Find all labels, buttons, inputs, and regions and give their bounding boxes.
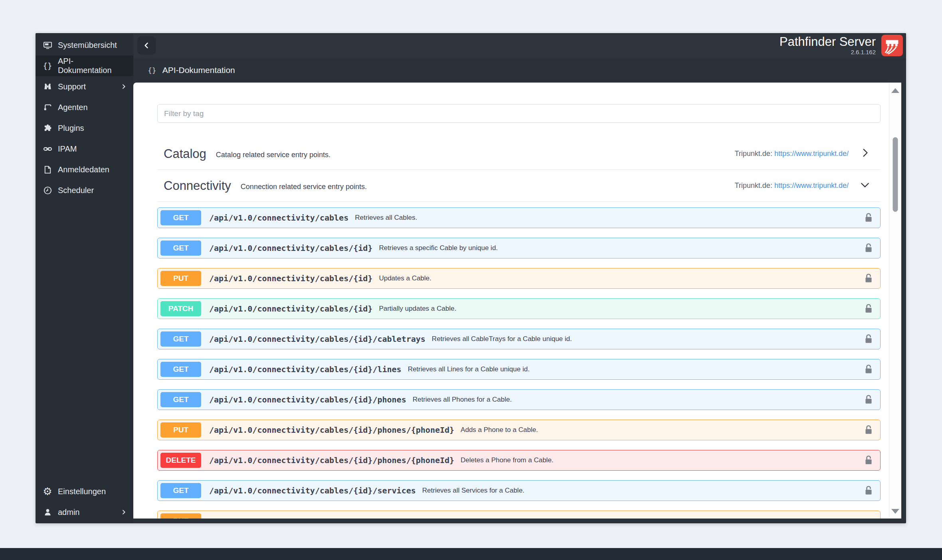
braces-icon: {}	[43, 61, 52, 71]
sidebar-item-label: Agenten	[58, 103, 88, 112]
sidebar-footer: ⚙ Einstellungen admin	[36, 481, 133, 523]
api-operation-row[interactable]: PUT /api/v1.0/connectivity/cables/{id}/p…	[157, 420, 881, 440]
sidebar-collapse-button[interactable]	[137, 36, 156, 55]
document-icon	[43, 165, 52, 174]
unlock-icon[interactable]	[863, 424, 875, 436]
api-operation-row[interactable]: DELETE /api/v1.0/connectivity/cables/{id…	[157, 450, 881, 471]
operation-path: /api/v1.0/connectivity/cables/{id}/phone…	[209, 395, 406, 404]
sidebar-item-ipam[interactable]: IPAM	[36, 138, 133, 159]
sidebar-item-support[interactable]: Support	[36, 76, 133, 97]
section-title: Catalog	[164, 147, 206, 161]
method-badge: DELETE	[160, 453, 201, 468]
method-badge: GET	[160, 210, 201, 225]
api-operation-row[interactable]: GET /api/v1.0/connectivity/cables/{id} R…	[157, 238, 881, 258]
operation-path: /api/v1.0/connectivity/cables/{id}/cable…	[209, 334, 425, 344]
method-badge: PATCH	[160, 301, 201, 316]
external-docs-link[interactable]: https://www.tripunkt.de/	[774, 150, 849, 158]
agent-route-icon	[43, 103, 52, 112]
operation-path: /api/v1.0/connectivity/cables/{id}	[209, 243, 372, 253]
sidebar-item-label: Einstellungen	[58, 487, 106, 496]
sidebar-item-anmeldedaten[interactable]: Anmeldedaten	[36, 159, 133, 180]
scroll-up-arrow[interactable]	[891, 88, 899, 93]
operation-path: /api/v1.0/connectivity/cables/{id}/servi…	[209, 486, 416, 495]
link-icon	[43, 144, 52, 154]
scrollbar-thumb[interactable]	[893, 137, 898, 212]
puzzle-icon	[43, 123, 52, 133]
section-description: Connection related service entry points.	[241, 180, 367, 191]
unlock-icon[interactable]	[863, 333, 875, 345]
sidebar-item-label: Anmeldedaten	[58, 165, 109, 174]
user-icon	[43, 507, 52, 517]
method-badge: PUT	[160, 422, 201, 438]
binoculars-icon	[43, 82, 52, 91]
external-docs: Tripunkt.de: https://www.tripunkt.de/	[735, 150, 849, 158]
clock-icon	[43, 185, 52, 195]
section-description: Catalog related service entry points.	[216, 148, 330, 159]
unlock-icon[interactable]	[863, 242, 875, 254]
operation-summary: Retrieves all Phones for a Cable.	[413, 396, 512, 404]
sidebar-item-label: Plugins	[58, 124, 84, 133]
operation-list: GET /api/v1.0/connectivity/cables Retrie…	[157, 207, 881, 519]
app-titles: Pathfinder Server 2.6.1.162	[780, 35, 876, 56]
operation-path: /api/v1.0/connectivity/cables/{id}/phone…	[209, 425, 454, 435]
sidebar: Systemübersicht {} API-Dokumentation Sup…	[36, 33, 133, 523]
app-title: Pathfinder Server	[780, 35, 876, 49]
external-docs-label: Tripunkt.de:	[735, 181, 772, 189]
api-operation-row[interactable]: GET /api/v1.0/connectivity/cables/{id}/s…	[157, 480, 881, 501]
api-doc-content: Catalog Catalog related service entry po…	[133, 83, 889, 519]
section-title: Connectivity	[164, 179, 231, 193]
chevron-right-icon	[121, 83, 127, 90]
method-badge: PUT	[160, 513, 201, 519]
method-badge: GET	[160, 392, 201, 407]
unlock-icon[interactable]	[863, 454, 875, 466]
sidebar-item-agenten[interactable]: Agenten	[36, 97, 133, 118]
unlock-icon[interactable]	[863, 363, 875, 375]
unlock-icon[interactable]	[863, 303, 875, 315]
sidebar-item-api-dokumentation[interactable]: {} API-Dokumentation	[36, 55, 133, 76]
chevron-left-icon	[142, 41, 150, 49]
operation-path: /api/v1.0/connectivity/cables	[209, 213, 348, 223]
chevron-down-icon[interactable]	[860, 179, 870, 192]
sidebar-item-plugins[interactable]: Plugins	[36, 118, 133, 138]
operation-summary: Adds a Phone to a Cable.	[461, 426, 538, 434]
operation-path: /api/v1.0/connectivity/cables/{id}/lines	[209, 365, 402, 374]
section-header-catalog[interactable]: Catalog Catalog related service entry po…	[157, 138, 881, 170]
sidebar-item-admin[interactable]: admin	[36, 502, 133, 523]
tripunkt-logo	[881, 35, 903, 56]
sidebar-item-systemuebersicht[interactable]: Systemübersicht	[36, 35, 133, 55]
api-operation-row[interactable]: GET /api/v1.0/connectivity/cables/{id}/p…	[157, 389, 881, 410]
scrollbar-track[interactable]	[889, 83, 901, 519]
app-window: Systemübersicht {} API-Dokumentation Sup…	[36, 33, 906, 523]
api-operation-row-partial[interactable]: PUT	[157, 511, 881, 519]
filter-by-tag-input[interactable]	[157, 104, 881, 123]
api-operation-row[interactable]: GET /api/v1.0/connectivity/cables/{id}/l…	[157, 359, 881, 380]
operation-path: /api/v1.0/connectivity/cables/{id}/phone…	[209, 455, 454, 465]
api-operation-row[interactable]: GET /api/v1.0/connectivity/cables/{id}/c…	[157, 329, 881, 349]
section-header-connectivity[interactable]: Connectivity Connection related service …	[157, 170, 881, 202]
scroll-down-arrow[interactable]	[891, 509, 899, 514]
sidebar-item-label: Scheduler	[58, 186, 94, 195]
method-badge: PUT	[160, 271, 201, 286]
external-docs-link[interactable]: https://www.tripunkt.de/	[774, 181, 849, 189]
chevron-right-icon[interactable]	[860, 148, 870, 160]
sidebar-item-einstellungen[interactable]: ⚙ Einstellungen	[36, 481, 133, 502]
content-panel: Catalog Catalog related service entry po…	[133, 83, 901, 519]
external-docs-label: Tripunkt.de:	[735, 150, 772, 158]
operation-path: /api/v1.0/connectivity/cables/{id}	[209, 274, 372, 283]
operation-path: /api/v1.0/connectivity/cables/{id}	[209, 304, 372, 314]
api-operation-row[interactable]: PUT /api/v1.0/connectivity/cables/{id} U…	[157, 268, 881, 289]
api-operation-row[interactable]: PATCH /api/v1.0/connectivity/cables/{id}…	[157, 298, 881, 319]
unlock-icon[interactable]	[863, 212, 875, 224]
bottom-bar	[0, 548, 942, 560]
chevron-right-icon	[121, 509, 127, 515]
api-operation-row[interactable]: GET /api/v1.0/connectivity/cables Retrie…	[157, 207, 881, 228]
operation-summary: Retrieves all Lines for a Cable unique i…	[408, 365, 530, 373]
method-badge: GET	[160, 331, 201, 347]
unlock-icon[interactable]	[863, 394, 875, 406]
sidebar-item-scheduler[interactable]: Scheduler	[36, 180, 133, 201]
unlock-icon[interactable]	[863, 272, 875, 284]
sidebar-item-label: Systemübersicht	[58, 41, 117, 50]
unlock-icon[interactable]	[863, 485, 875, 497]
operation-summary: Retrieves all CableTrays for a Cable uni…	[432, 335, 572, 343]
operation-summary: Deletes a Phone from a Cable.	[461, 456, 553, 464]
